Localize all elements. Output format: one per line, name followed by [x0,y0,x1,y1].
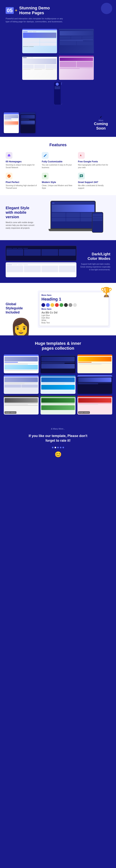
coming-soon-text: ↙ More Coming Soon [90,115,112,130]
feature-icon-customizable [42,152,49,159]
feature-desc-homepages: Stunning & unique home pages for Social … [6,164,38,169]
news-card [46,65,56,70]
elegant-title: Elegant Style with mobile version [6,206,36,219]
feature-item-customizable: Fully Customizable You can customize it … [42,152,74,169]
ls-dot-2 [53,203,54,204]
ss-line-6 [21,119,29,120]
mock-hero-1 [23,33,56,38]
news-card-img [34,65,45,68]
news-header [22,56,57,57]
ipc-img-7 [41,377,74,382]
mock-grid-item [23,39,40,42]
darklight-desc: Support both light and dark modes. Great… [80,262,110,271]
mock-grid-dark [60,36,93,39]
inner-page-card-inner-3 [77,354,112,373]
ls-dot-1 [52,203,53,204]
lm-nav-item [6,265,12,265]
inner-page-card-9: Simple network [77,396,112,414]
inner-page-card-inner-2 [41,354,75,373]
elegant-desc: MeetUs come with mobile design version h… [6,221,36,229]
ipc-body-8 [41,397,75,411]
inner-page-card-7: Simple network [4,396,39,414]
mock-line-dark [60,40,83,41]
screenshots-row-3 [4,82,112,104]
screenshot-inner-1 [22,29,57,53]
ipc-img-6 [4,377,38,382]
mock-hero-dark [60,31,93,36]
ipc-line-7 [78,362,92,363]
mock-content-1 [22,31,57,48]
feature-item-support: Great Support 24/7 We offer a dedicated … [78,173,110,189]
mock-grid2-dark [60,41,93,45]
features-grid: 05 Homepages Stunning & unique home page… [6,152,110,189]
ipc-header-7 [4,396,39,397]
feature-icon-support [78,173,85,179]
mock-top-bar-1 [22,29,57,30]
ipc-line-8 [78,363,112,364]
news-nav [23,58,56,58]
mock-tags [23,46,56,47]
ipc-header-2 [41,354,75,356]
feature-icon-google-fonts: A [78,152,85,159]
mock-feed-header [61,83,62,85]
footer-emoji: 😊 [6,451,110,458]
ipc-line-12 [41,383,74,383]
trophy-decoration: 🏆 [100,287,112,298]
hero-section: 05 + Stunning Demo Home Pages Powerful a… [0,0,116,27]
inner-page-card-4 [4,375,39,394]
sg-font-sample-2: Light Blue [41,314,107,316]
inner-page-label-7: Simple network [4,411,16,414]
sg-swatch-light [73,303,77,307]
inner-page-card-inner-5 [41,375,75,394]
laptop-screen-content [51,202,95,228]
ipc-header-5 [41,375,75,377]
sg-font-sample-3: Dark Blue [41,317,107,319]
footer-cta: If you like our template, Please don't f… [6,434,110,443]
ipc-img-5 [78,357,112,362]
dm-card [24,249,41,256]
footer-dots [6,447,110,448]
dm-nav-item [18,248,23,249]
dm-card [59,249,76,256]
ipc-line-21 [78,403,112,404]
inner-pages-grid-3: Simple network [4,396,112,414]
darklight-light-card [6,262,76,277]
lm-nav-item [13,265,17,265]
feature-desc-modern-style: Clean, Unique and Modern and New Style [42,184,74,189]
ipc-body-5 [41,377,75,391]
ls-cards [52,213,94,217]
feature-icon-pixel-perfect [6,173,13,179]
darklight-text: Dark/Light Color Modes Support both ligh… [80,252,110,271]
feature-name-customizable: Fully Customizable [42,160,74,163]
sg-font-sample-5: Body Text [41,322,107,324]
ipc-grid-item [21,385,38,388]
mock-avatar [56,83,59,86]
sg-mono-sans-label2: Mono Sans [41,308,107,310]
sg-font-sample-1: Aa Bb Cc Dd [41,311,107,314]
news-nav-item [27,58,30,58]
styleguide-title: Global Styleguide Included [6,302,34,314]
lm-content [6,264,76,273]
screenshot-inner-5 [54,82,62,104]
lm-header [6,262,76,264]
hero-title-line2: Home Pages [19,10,50,16]
feature-name-support: Great Support 24/7 [78,181,110,184]
screenshot-card-4 [59,56,94,80]
mock-grid-1 [23,39,56,46]
sg-swatch-grey [69,303,72,307]
ls-card-5 [66,218,80,221]
sg-mono-sans-label: Mono Sans [41,294,107,296]
ss-line-5 [21,119,35,119]
news-hero [23,59,56,64]
page-wrapper: 05 + Stunning Demo Home Pages Powerful a… [0,0,116,463]
news-nav-item [30,58,33,58]
ipc-line-17 [4,404,28,405]
news-card-img [46,65,56,68]
ipc-img-8 [41,385,74,390]
inner-page-card-8 [41,396,75,414]
sg-swatch-green [60,303,63,307]
ss-line-7 [21,124,35,125]
ipc-line-20 [41,404,68,405]
lm-card [24,266,41,272]
inner-pages-grid-2 [4,375,112,394]
